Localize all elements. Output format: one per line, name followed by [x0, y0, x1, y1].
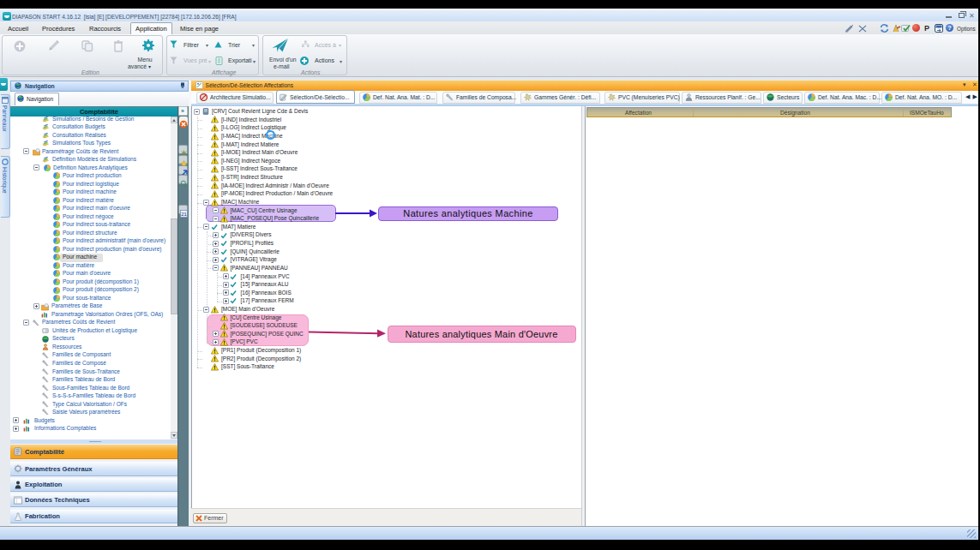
- svg-text:21: 21: [181, 212, 187, 217]
